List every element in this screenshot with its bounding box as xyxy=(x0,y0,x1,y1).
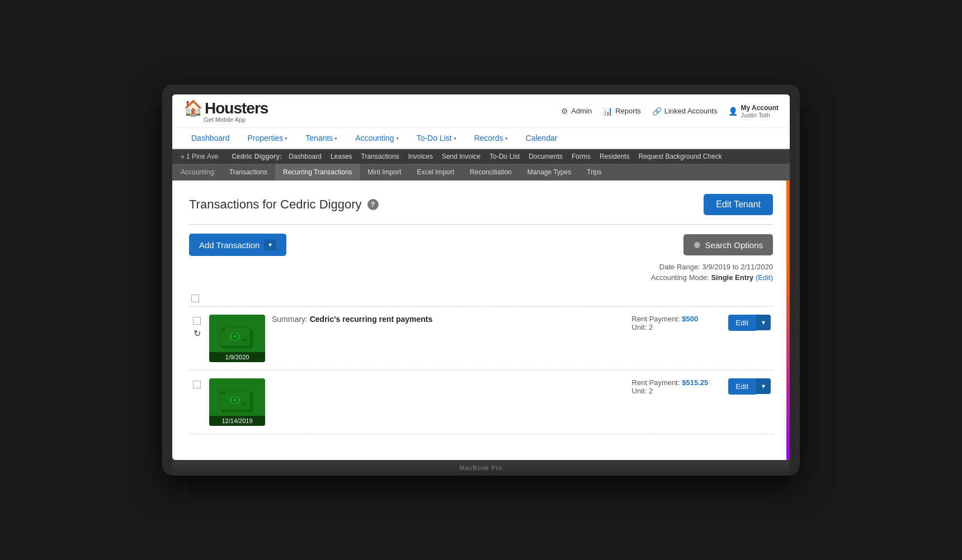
transaction-meta: Rent Payment: $515.25 Unit: 2 xyxy=(632,378,722,395)
edit-button[interactable]: Edit xyxy=(728,315,756,331)
transaction-amount: $515.25 xyxy=(682,378,708,387)
chevron-down-icon: ▾ xyxy=(264,239,276,250)
transaction-summary: Summary: Cedric's recurring rent payment… xyxy=(272,315,625,324)
transaction-date: 1/9/2020 xyxy=(209,352,265,362)
transaction-image: 12/14/2019 xyxy=(209,378,265,426)
date-range: Date Range: 3/9/2019 to 2/11/2020 xyxy=(189,263,773,271)
accounting-nav-manage-types[interactable]: Manage Types xyxy=(520,164,579,181)
admin-label: Admin xyxy=(571,107,592,115)
nav-records[interactable]: Records ▾ xyxy=(466,128,516,148)
breadcrumb-links: Dashboard Leases Transactions Invoices S… xyxy=(289,153,722,160)
edit-dropdown-button[interactable]: ▾ xyxy=(756,378,771,394)
breadcrumb-back-link[interactable]: « 1 Pine Ave xyxy=(181,153,218,160)
page-header: Transactions for Cedric Diggory ? Edit T… xyxy=(189,194,773,215)
accounting-nav-transactions[interactable]: Transactions xyxy=(221,164,275,181)
linked-accounts-icon: 🔗 xyxy=(652,107,662,116)
row-checkbox[interactable] xyxy=(193,381,201,388)
svg-point-7 xyxy=(233,335,237,338)
breadcrumb-link-transactions[interactable]: Transactions xyxy=(361,153,399,160)
transaction-actions: Edit ▾ xyxy=(728,378,771,395)
accounting-nav-prefix: Accounting: xyxy=(181,164,221,181)
unit-value: 2 xyxy=(649,323,653,331)
my-account-link[interactable]: 👤 My Account Justin Toth xyxy=(728,104,779,118)
edit-tenant-button[interactable]: Edit Tenant xyxy=(704,194,773,215)
accounting-nav-reconciliation[interactable]: Reconciliation xyxy=(462,164,520,181)
breadcrumb-link-invoices[interactable]: Invoices xyxy=(408,153,433,160)
transaction-meta: Rent Payment: $500 Unit: 2 xyxy=(632,315,722,331)
admin-link[interactable]: ⚙ Admin xyxy=(561,107,592,116)
select-all-checkbox[interactable] xyxy=(191,295,199,302)
breadcrumb-link-forms[interactable]: Forms xyxy=(572,153,591,160)
account-icon: 👤 xyxy=(728,107,738,116)
transaction-details: Summary: Cedric's recurring rent payment… xyxy=(272,315,625,326)
nav-calendar[interactable]: Calendar xyxy=(518,128,565,148)
breadcrumb-link-dashboard[interactable]: Dashboard xyxy=(289,153,322,160)
logo-icon: 🏠 xyxy=(183,99,202,117)
row-checkbox[interactable] xyxy=(193,317,201,325)
breadcrumb-link-residents[interactable]: Residents xyxy=(600,153,629,160)
breadcrumb-tenant-name: Cedric Diggory: xyxy=(232,153,282,160)
transaction-type-label: Rent Payment: xyxy=(632,378,682,387)
select-all-row xyxy=(189,290,773,307)
edit-button[interactable]: Edit xyxy=(728,378,756,395)
breadcrumb-link-todo[interactable]: To-Do List xyxy=(489,153,520,160)
reports-icon: 📊 xyxy=(603,107,612,116)
breadcrumb-link-background-check[interactable]: Request Background Check xyxy=(638,153,722,160)
add-transaction-label: Add Transaction xyxy=(199,240,260,250)
color-strip xyxy=(786,181,790,460)
main-navigation: Dashboard Properties ▾ Tenants ▾ Account… xyxy=(172,128,790,149)
page-title: Transactions for Cedric Diggory xyxy=(189,197,362,212)
nav-properties[interactable]: Properties ▾ xyxy=(240,128,296,148)
svg-rect-19 xyxy=(242,402,247,405)
accounting-nav-mint[interactable]: Mint Import xyxy=(360,164,409,181)
accounting-mode-label: Accounting Mode: xyxy=(651,273,709,282)
accounting-nav-recurring[interactable]: Recurring Transactions xyxy=(275,164,360,181)
svg-rect-8 xyxy=(221,328,225,331)
nav-dashboard[interactable]: Dashboard xyxy=(183,128,238,148)
date-range-label: Date Range: xyxy=(659,263,700,271)
date-range-value: 3/9/2019 to 2/11/2020 xyxy=(702,263,773,271)
transaction-list: ↻ xyxy=(189,290,773,434)
gear-icon: ⚙ xyxy=(561,107,568,116)
edit-dropdown-button[interactable]: ▾ xyxy=(756,315,771,330)
transaction-actions: Edit ▾ xyxy=(728,315,771,331)
breadcrumb-link-documents[interactable]: Documents xyxy=(529,153,563,160)
accounting-mode-edit-link[interactable]: (Edit) xyxy=(756,273,773,282)
svg-rect-9 xyxy=(242,339,247,341)
chevron-down-icon: ▾ xyxy=(505,135,508,141)
breadcrumb: « 1 Pine Ave Cedric Diggory: Dashboard L… xyxy=(172,149,790,164)
transaction-date: 12/14/2019 xyxy=(209,416,265,426)
linked-accounts-link[interactable]: 🔗 Linked Accounts xyxy=(652,107,718,116)
my-account-label: My Account xyxy=(741,104,779,112)
logo: 🏠 Housters Get Mobile App xyxy=(183,99,268,123)
linked-accounts-label: Linked Accounts xyxy=(664,107,718,115)
transaction-amount: $500 xyxy=(682,315,698,323)
svg-point-17 xyxy=(233,398,237,402)
unit-value: 2 xyxy=(649,387,653,395)
add-transaction-button[interactable]: Add Transaction ▾ xyxy=(189,234,286,256)
my-account-user: Justin Toth xyxy=(741,112,779,118)
nav-accounting[interactable]: Accounting ▾ xyxy=(347,128,406,148)
chevron-down-icon: ▾ xyxy=(396,135,399,141)
unit-label: Unit: xyxy=(632,323,649,331)
accounting-mode-value: Single Entry xyxy=(711,273,753,282)
logo-subtitle: Get Mobile App xyxy=(204,116,246,123)
accounting-nav-trips[interactable]: Trips xyxy=(579,164,609,181)
breadcrumb-link-leases[interactable]: Leases xyxy=(331,153,352,160)
nav-tenants[interactable]: Tenants ▾ xyxy=(298,128,345,148)
help-icon[interactable]: ? xyxy=(367,199,379,210)
search-options-button[interactable]: ⊕ Search Options xyxy=(683,234,773,255)
reports-link[interactable]: 📊 Reports xyxy=(603,107,641,116)
accounting-mode: Accounting Mode: Single Entry (Edit) xyxy=(189,273,773,282)
breadcrumb-link-send-invoice[interactable]: Send Invoice xyxy=(442,153,480,160)
action-bar: Add Transaction ▾ ⊕ Search Options xyxy=(189,234,773,256)
unit-label: Unit: xyxy=(632,387,649,395)
chevron-down-icon: ▾ xyxy=(454,135,456,141)
transaction-image: 1/9/2020 xyxy=(209,315,265,362)
nav-todo[interactable]: To-Do List ▾ xyxy=(409,128,464,148)
content-area: Transactions for Cedric Diggory ? Edit T… xyxy=(172,181,790,460)
laptop-model-label: MacBook Pro xyxy=(459,464,502,471)
accounting-nav-excel[interactable]: Excel Import xyxy=(409,164,462,181)
recurring-icon: ↻ xyxy=(194,328,201,339)
table-row: ↻ xyxy=(189,307,773,371)
